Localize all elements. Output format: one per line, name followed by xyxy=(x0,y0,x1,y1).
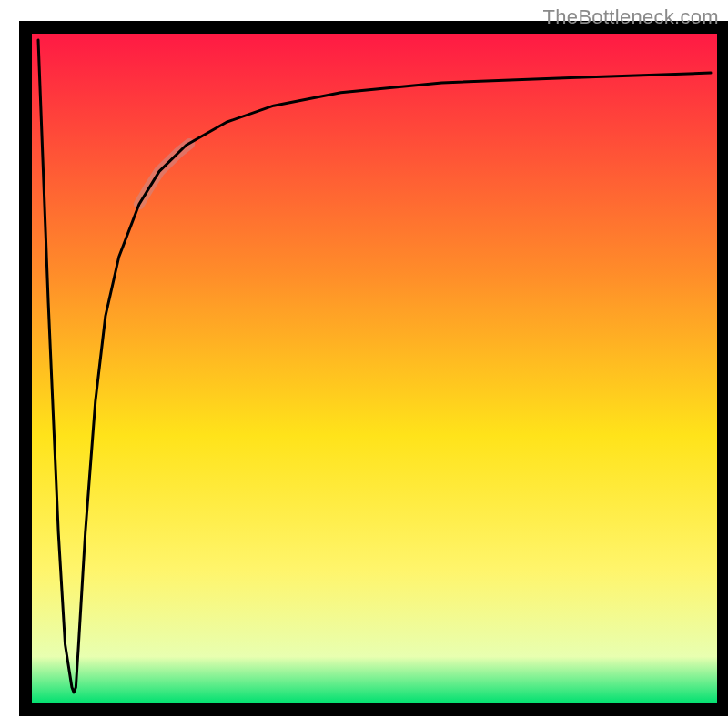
chart-container: TheBottleneck.com xyxy=(0,0,728,728)
chart-svg xyxy=(0,0,728,728)
plot-background xyxy=(32,34,717,703)
watermark-label: TheBottleneck.com xyxy=(543,5,719,29)
